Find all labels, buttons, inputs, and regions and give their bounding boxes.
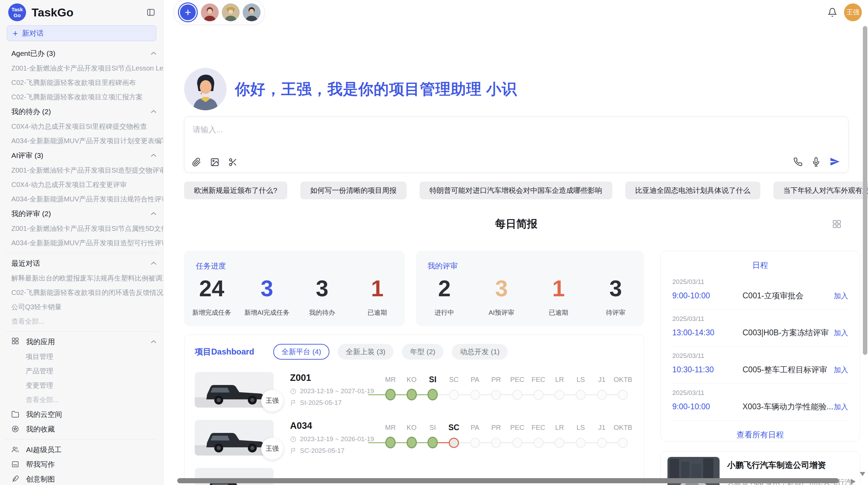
assistant-avatar	[184, 68, 227, 110]
sidebar-item[interactable]: A034-全新新能源MUV产品开发项目计划变更表编写	[0, 134, 163, 148]
agent-avatar-1[interactable]	[201, 3, 219, 21]
recent-chat-item[interactable]: C02-飞腾新能源轻客改款项目的闭环通告反馈情况	[0, 285, 163, 300]
section-header-my-todo[interactable]: 我的待办 (2)	[0, 104, 163, 119]
section-title: AI评审 (3)	[11, 151, 43, 160]
scissors-icon[interactable]	[228, 158, 238, 167]
milestone-dot	[385, 389, 396, 400]
chevron-up-icon[interactable]	[151, 212, 156, 215]
milestone-dot	[427, 437, 438, 448]
app-item[interactable]: 变更管理	[0, 378, 163, 393]
milestone: J1	[591, 421, 613, 448]
suggestion-chip[interactable]: 当下年轻人对汽车外观有怎样的喜好趋势	[773, 182, 868, 199]
milestone: LS	[570, 373, 591, 400]
chevron-up-icon[interactable]	[151, 262, 156, 265]
milestone: KO	[401, 373, 422, 400]
milestone-dot	[618, 438, 628, 448]
milestone: KO	[401, 421, 422, 448]
chevron-up-icon[interactable]	[151, 340, 156, 344]
apps-view-all[interactable]: 查看全部...	[0, 393, 163, 407]
section-header-ai-review[interactable]: AI评审 (3)	[0, 148, 163, 163]
project-info: A034 2023-12-19 ~ 2026-01-19 SC-2025-05-…	[290, 420, 380, 455]
sidebar-item-ai-staff[interactable]: AI超级员工	[0, 442, 163, 457]
collapse-sidebar-icon[interactable]	[146, 8, 156, 17]
sidebar-item[interactable]: Z001-全新燃油皮卡产品开发项目SI节点Lesson Learn报告	[0, 61, 163, 75]
milestone-label: PR	[485, 421, 507, 434]
project-dates: 2023-12-19 ~ 2027-01-19	[290, 387, 380, 395]
horizontal-scrollbar[interactable]	[177, 478, 839, 483]
chevron-up-icon[interactable]	[151, 154, 156, 157]
recent-view-all[interactable]: 查看全部...	[0, 314, 163, 328]
milestone: PR	[485, 421, 507, 448]
scroll-down-arrow[interactable]	[860, 472, 865, 476]
tab-powertrain[interactable]: 动总开发 (1)	[452, 344, 508, 360]
new-chat-button[interactable]: + 新对话	[7, 25, 156, 41]
milestone: PA	[465, 421, 486, 448]
add-agent-button[interactable]: +	[179, 3, 197, 21]
recent-chat-item[interactable]: 解释最新出台的欧盟报废车法规再生塑料比例被调至15%...	[0, 271, 163, 285]
join-button[interactable]: 加入	[834, 365, 848, 375]
chevron-up-icon[interactable]	[151, 110, 156, 113]
section-header-recent-chats[interactable]: 最近对话	[0, 256, 163, 271]
sidebar-item[interactable]: C02-飞腾新能源轻客改款项目立项汇报方案	[0, 90, 163, 104]
stats-row: 任务进度 24 新增完成任务 3	[184, 251, 644, 326]
layout-grid-icon[interactable]	[832, 219, 842, 229]
message-input[interactable]	[193, 125, 591, 134]
suggestion-chip[interactable]: 特朗普可能对进口汽车增税会对中国车企造成哪些影响	[420, 182, 612, 199]
suggestion-chip[interactable]: 如何写一份清晰的项目周报	[300, 182, 407, 199]
stat-value: 3	[587, 276, 644, 301]
milestone-label: SC	[443, 421, 465, 434]
schedule-date: 2025/03/11	[672, 389, 848, 397]
milestone-dot	[512, 390, 522, 400]
phone-icon[interactable]	[793, 157, 803, 166]
image-icon[interactable]	[210, 158, 219, 167]
section-header-my-apps[interactable]: 我的应用	[0, 334, 163, 349]
sidebar-nav: Agent已办 (3) Z001-全新燃油皮卡产品开发项目SI节点Lesson …	[0, 46, 163, 485]
sidebar-item-favorites[interactable]: 我的收藏	[0, 422, 163, 436]
sidebar-item[interactable]: C0X4-动力总成开发项目SI里程碑提交物检查	[0, 119, 163, 134]
suggestion-chip[interactable]: 比亚迪全固态电池计划具体说了什么	[625, 182, 760, 199]
app-item[interactable]: 产品管理	[0, 364, 163, 378]
join-button[interactable]: 加入	[834, 402, 848, 412]
send-icon[interactable]	[830, 157, 840, 167]
tab-all-new-platform[interactable]: 全新平台 (4)	[273, 344, 329, 360]
join-button[interactable]: 加入	[834, 328, 848, 338]
agent-avatar-3[interactable]	[243, 3, 261, 21]
microphone-icon[interactable]	[811, 157, 821, 166]
flag-icon	[290, 400, 297, 406]
topbar-right: 王强	[828, 3, 862, 21]
sidebar-item[interactable]: Z001-全新燃油轻卡产品开发项目SI节点属性5D文件评审	[0, 221, 163, 236]
suggestion-chip[interactable]: 欧洲新规最近颁布了什么?	[184, 182, 287, 199]
join-button[interactable]: 加入	[834, 291, 848, 301]
sidebar-item-help-write[interactable]: 帮我写作	[0, 457, 163, 472]
sidebar-item[interactable]: C02-飞腾新能源轻客改款项目里程碑画布	[0, 75, 163, 90]
sidebar-item[interactable]: Z001-全新燃油轻卡产品开发项目SI造型提交物评审	[0, 163, 163, 177]
sidebar-item-creative-draw[interactable]: 创意制图	[0, 472, 163, 485]
schedule-card: 日程 2025/03/11 9:00-10:00 C001-立项审批会 加入	[660, 251, 860, 442]
attachment-icon[interactable]	[192, 158, 201, 167]
chevron-up-icon[interactable]	[151, 52, 156, 55]
clock-icon	[290, 388, 297, 395]
view-all-schedule-link[interactable]: 查看所有日程	[661, 430, 860, 440]
user-avatar[interactable]: 王强	[844, 3, 862, 21]
tab-new-body[interactable]: 全新上装 (3)	[338, 344, 394, 360]
recent-chat-item[interactable]: 公司Q3轻卡销量	[0, 300, 163, 314]
project-row-a034[interactable]: 王强 A034 2023-12-19 ~ 2026-01-19	[195, 420, 634, 456]
sidebar-item[interactable]: A034-全新新能源MUV产品开发项目造型可行性评审	[0, 236, 163, 250]
project-row-z001[interactable]: 王强 Z001 2023-12-19 ~ 2027-01-19	[195, 372, 634, 408]
tab-year-model[interactable]: 年型 (2)	[402, 344, 444, 360]
stat: 2 进行中	[416, 276, 473, 317]
section-header-agent-done[interactable]: Agent已办 (3)	[0, 46, 163, 61]
section-header-my-review[interactable]: 我的评审 (2)	[0, 206, 163, 221]
sidebar-item[interactable]: C0X4-动力总成开发项目工程变更评审	[0, 177, 163, 192]
scroll-right-arrow[interactable]	[851, 479, 856, 484]
project-dates-text: 2023-12-19 ~ 2027-01-19	[300, 387, 374, 395]
sidebar-item-cloud-space[interactable]: 我的云空间	[0, 407, 163, 422]
app-item[interactable]: 项目管理	[0, 349, 163, 364]
vertical-scrollbar[interactable]	[863, 26, 867, 355]
sidebar-item[interactable]: A034-全新新能源MUV产品开发项目法规符合性评审	[0, 192, 163, 206]
milestone-dot	[554, 438, 565, 448]
agent-avatar-2[interactable]	[222, 3, 240, 21]
notification-bell-icon[interactable]	[828, 8, 837, 17]
suggestion-chips: 欧洲新规最近颁布了什么?如何写一份清晰的项目周报特朗普可能对进口汽车增税会对中国…	[184, 182, 848, 199]
stat: 3 AI预评审	[473, 276, 530, 317]
